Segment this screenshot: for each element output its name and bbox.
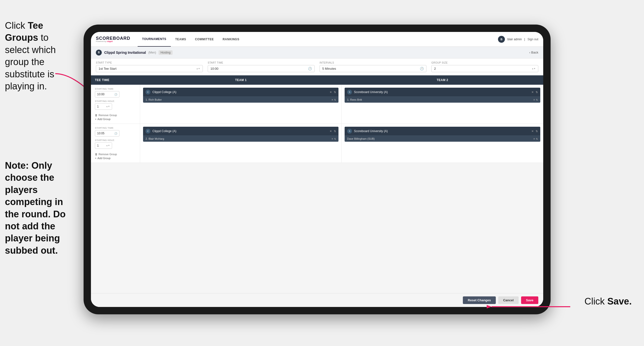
reset-changes-button[interactable]: Reset Changes <box>463 296 496 304</box>
footer: Reset Changes Cancel Save <box>91 293 543 307</box>
player-name-r1t1p1: 1. Rich Butler <box>146 98 329 101</box>
main-content: Start Type 1st Tee Start ▲▼ Start Time 1… <box>91 58 543 307</box>
team1-icon-r1: C <box>146 90 150 94</box>
table-header: Tee Time Team 1 Team 2 <box>91 75 543 85</box>
intervals-input[interactable]: 5 Minutes 🕐 <box>320 65 426 72</box>
team1-actions-r1: ✕ ⇅ <box>330 91 336 94</box>
hole-input-1[interactable]: 1 ▲▼ <box>95 103 112 110</box>
trash-icon-1: 🗑 <box>95 114 98 117</box>
row2-team1-card[interactable]: C Clippd College (A) ✕ ⇅ 2. Bla <box>143 127 338 142</box>
player-close-r1t2p1[interactable]: ✕ ⇅ <box>533 98 538 101</box>
nav-items: TOURNAMENTS TEAMS COMMITTEE RANKINGS <box>138 32 498 47</box>
team2-icon-r2: S <box>347 129 352 134</box>
row1-team2-cell: S Scoreboard University (A) ✕ ⇅ 1. <box>342 85 543 123</box>
start-type-input[interactable]: 1st Tee Start ▲▼ <box>96 65 203 72</box>
start-time-label: Start Time <box>208 61 315 64</box>
intervals-label: Intervals <box>320 61 426 64</box>
sign-out-link[interactable]: Sign out <box>528 37 538 41</box>
logo-powered-by: Powered by clippd <box>96 40 130 42</box>
annotation-save: Click Save. <box>584 296 632 307</box>
plus-icon-1: + <box>95 118 96 121</box>
team1-close-r1[interactable]: ✕ <box>330 91 332 94</box>
player-row-r2t1p1: 2. Blair McHarg ✕ ⇅ <box>143 136 338 142</box>
team1-arrows-r1: ⇅ <box>334 91 336 94</box>
player-name-r2t2p1: Dave Billingham (SUB) <box>347 137 531 140</box>
tee-table: Tee Time Team 1 Team 2 STARTING TIME: 10… <box>91 75 543 293</box>
annotation-bottom-left: Note: Only choose the players competing … <box>0 160 79 257</box>
hosting-badge: Hosting <box>158 50 172 55</box>
group-size-spinner: ▲▼ <box>532 68 536 70</box>
add-group-btn-1[interactable]: + Add Group <box>95 118 136 121</box>
tablet-screen: SCOREBOARD Powered by clippd TOURNAMENTS… <box>91 32 543 307</box>
trash-icon-2: 🗑 <box>95 153 98 156</box>
logo-area: SCOREBOARD Powered by clippd <box>96 36 130 42</box>
annotation-top-left: Click Tee Groups to select which group t… <box>0 20 76 92</box>
back-link[interactable]: ‹ Back <box>529 50 538 54</box>
row2-team1-cell: C Clippd College (A) ✕ ⇅ 2. Bla <box>140 124 342 163</box>
player-name-r1t2p1: 1. Rees Britt <box>347 98 531 101</box>
group-size-input[interactable]: 2 ▲▼ <box>432 65 538 72</box>
team1-actions-r2: ✕ ⇅ <box>330 130 336 133</box>
clock-icon-row1: 🕐 <box>114 93 117 96</box>
navbar: SCOREBOARD Powered by clippd TOURNAMENTS… <box>91 32 543 47</box>
row1-team1-cell: C Clippd College (A) ✕ ⇅ 1. Ric <box>140 85 342 123</box>
row1-team1-card[interactable]: C Clippd College (A) ✕ ⇅ 1. Ric <box>143 88 338 103</box>
annotation-note-bold: Only choose the players competing in the… <box>5 160 66 256</box>
row1-controls: STARTING TIME: 10:00 🕐 STARTING HOLE: 1 … <box>91 85 140 123</box>
player-close-r1t1p1[interactable]: ✕ ⇅ <box>331 98 336 101</box>
team2-close-r2[interactable]: ✕ <box>532 130 534 133</box>
team1-close-r2[interactable]: ✕ <box>330 130 332 133</box>
start-time-input[interactable]: 10:00 🕐 <box>208 65 315 72</box>
start-type-label: Start Type <box>96 61 203 64</box>
start-time-group: Start Time 10:00 🕐 <box>208 61 315 72</box>
team1-icon-r2: C <box>146 129 150 134</box>
remove-group-btn-1[interactable]: 🗑 Remove Group <box>95 114 136 117</box>
row2-team2-header: S Scoreboard University (A) ✕ ⇅ <box>344 127 540 136</box>
cancel-button[interactable]: Cancel <box>498 296 519 304</box>
time-input-1[interactable]: 10:00 🕐 <box>95 91 120 97</box>
start-type-group: Start Type 1st Tee Start ▲▼ <box>96 61 203 72</box>
header-team1: Team 1 <box>140 75 342 85</box>
header-team2: Team 2 <box>342 75 543 85</box>
row2-team2-cell: S Scoreboard University (A) ✕ ⇅ <box>342 124 543 163</box>
player-close-r2t2p1[interactable]: ✕ ⇅ <box>533 137 538 140</box>
starting-hole-label-1: STARTING HOLE: <box>95 100 136 102</box>
hole-input-2[interactable]: 1 ▲▼ <box>95 142 112 149</box>
user-avatar: B <box>498 36 505 43</box>
team2-actions-r1: ✕ ⇅ <box>532 91 538 94</box>
player-close-r2t1p1[interactable]: ✕ ⇅ <box>331 137 336 140</box>
team1-arrows-r2: ⇅ <box>334 130 336 133</box>
nav-item-committee[interactable]: COMMITTEE <box>190 32 218 47</box>
remove-group-btn-2[interactable]: 🗑 Remove Group <box>95 153 136 156</box>
save-button[interactable]: Save <box>521 296 538 304</box>
team2-close-r1[interactable]: ✕ <box>532 91 534 94</box>
row2-controls: STARTING TIME: 10:05 🕐 STARTING HOLE: 1 … <box>91 124 140 163</box>
group-size-group: Group Size 2 ▲▼ <box>432 61 538 72</box>
team2-arrows-r1: ⇅ <box>536 91 538 94</box>
tablet-device: SCOREBOARD Powered by clippd TOURNAMENTS… <box>84 24 550 314</box>
player-row-r1t1p1: 1. Rich Butler ✕ ⇅ <box>143 96 338 103</box>
starting-time-label-1: STARTING TIME: <box>95 88 136 90</box>
hole-spinner-2: ▲▼ <box>106 145 110 147</box>
nav-item-teams[interactable]: TEAMS <box>171 32 191 47</box>
row1-team1-header: C Clippd College (A) ✕ ⇅ <box>143 88 338 96</box>
row2-team2-card[interactable]: S Scoreboard University (A) ✕ ⇅ <box>344 127 540 142</box>
nav-separator: | <box>524 37 525 41</box>
nav-item-tournaments[interactable]: TOURNAMENTS <box>138 32 171 47</box>
player-row-r1t2p1: 1. Rees Britt ✕ ⇅ <box>344 96 540 103</box>
hole-spinner-1: ▲▼ <box>106 106 110 108</box>
player-name-r2t1p1: 2. Blair McHarg <box>146 137 329 140</box>
tournament-name: Clippd Spring Invitational <box>104 50 146 54</box>
add-group-btn-2[interactable]: + Add Group <box>95 157 136 160</box>
row1-team2-card[interactable]: S Scoreboard University (A) ✕ ⇅ 1. <box>344 88 540 103</box>
sub-header-left: B Clippd Spring Invitational (Men) Hosti… <box>96 50 172 55</box>
start-type-spinner: ▲▼ <box>196 68 200 70</box>
header-tee-time: Tee Time <box>91 75 140 85</box>
player-row-r2t2p1: Dave Billingham (SUB) ✕ ⇅ <box>344 136 540 142</box>
logo-scoreboard: SCOREBOARD <box>96 36 130 40</box>
team2-arrows-r2: ⇅ <box>536 130 538 133</box>
time-input-2[interactable]: 10:05 🕐 <box>95 130 120 137</box>
clock-icon-row2: 🕐 <box>114 132 117 135</box>
nav-item-rankings[interactable]: RANKINGS <box>218 32 244 47</box>
annotation-note-prefix: Note: <box>5 160 32 171</box>
